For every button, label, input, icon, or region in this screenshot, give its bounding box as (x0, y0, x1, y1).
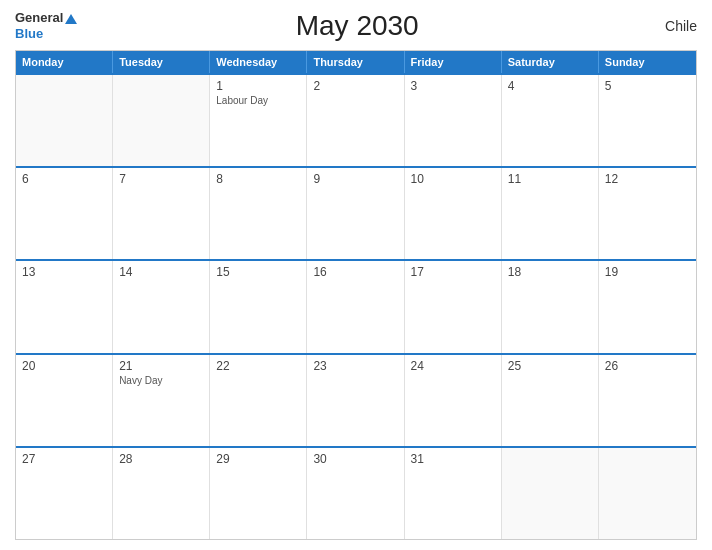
calendar-cell: 15 (210, 261, 307, 352)
calendar-cell: 23 (307, 355, 404, 446)
day-event: Labour Day (216, 95, 300, 106)
day-number: 22 (216, 359, 300, 373)
cal-header-day: Saturday (502, 51, 599, 73)
day-number: 4 (508, 79, 592, 93)
calendar-cell: 13 (16, 261, 113, 352)
day-number: 31 (411, 452, 495, 466)
calendar-cell: 21Navy Day (113, 355, 210, 446)
cal-header-day: Wednesday (210, 51, 307, 73)
calendar-cell: 11 (502, 168, 599, 259)
calendar-cell: 31 (405, 448, 502, 539)
cal-header-day: Friday (405, 51, 502, 73)
calendar-cell: 10 (405, 168, 502, 259)
day-number: 16 (313, 265, 397, 279)
day-number: 20 (22, 359, 106, 373)
calendar-body: 1Labour Day23456789101112131415161718192… (16, 73, 696, 539)
calendar-row: 2728293031 (16, 446, 696, 539)
day-number: 30 (313, 452, 397, 466)
calendar-cell: 26 (599, 355, 696, 446)
calendar-cell (113, 75, 210, 166)
cal-header-day: Tuesday (113, 51, 210, 73)
calendar-cell: 4 (502, 75, 599, 166)
logo-blue-text: Blue (15, 26, 77, 42)
day-number: 12 (605, 172, 690, 186)
day-number: 13 (22, 265, 106, 279)
calendar-cell: 30 (307, 448, 404, 539)
calendar-cell: 7 (113, 168, 210, 259)
calendar-cell: 28 (113, 448, 210, 539)
calendar-cell: 6 (16, 168, 113, 259)
day-number: 24 (411, 359, 495, 373)
day-number: 23 (313, 359, 397, 373)
calendar: MondayTuesdayWednesdayThursdayFridaySatu… (15, 50, 697, 540)
calendar-row: 2021Navy Day2223242526 (16, 353, 696, 446)
calendar-cell: 14 (113, 261, 210, 352)
day-number: 17 (411, 265, 495, 279)
day-number: 1 (216, 79, 300, 93)
day-number: 2 (313, 79, 397, 93)
day-number: 21 (119, 359, 203, 373)
day-number: 11 (508, 172, 592, 186)
calendar-cell: 27 (16, 448, 113, 539)
day-number: 26 (605, 359, 690, 373)
calendar-cell: 29 (210, 448, 307, 539)
calendar-cell: 22 (210, 355, 307, 446)
calendar-cell: 18 (502, 261, 599, 352)
logo-triangle-icon (65, 14, 77, 24)
day-number: 5 (605, 79, 690, 93)
calendar-cell: 19 (599, 261, 696, 352)
day-number: 9 (313, 172, 397, 186)
day-number: 7 (119, 172, 203, 186)
page: General Blue May 2030 Chile MondayTuesda… (0, 0, 712, 550)
day-number: 25 (508, 359, 592, 373)
day-number: 8 (216, 172, 300, 186)
calendar-cell: 20 (16, 355, 113, 446)
calendar-row: 1Labour Day2345 (16, 73, 696, 166)
calendar-cell (16, 75, 113, 166)
calendar-cell: 24 (405, 355, 502, 446)
cal-header-day: Thursday (307, 51, 404, 73)
country-label: Chile (637, 18, 697, 34)
cal-header-day: Monday (16, 51, 113, 73)
day-number: 10 (411, 172, 495, 186)
day-number: 18 (508, 265, 592, 279)
calendar-cell: 8 (210, 168, 307, 259)
calendar-cell: 9 (307, 168, 404, 259)
day-number: 3 (411, 79, 495, 93)
calendar-cell (502, 448, 599, 539)
cal-header-day: Sunday (599, 51, 696, 73)
day-number: 29 (216, 452, 300, 466)
calendar-row: 13141516171819 (16, 259, 696, 352)
day-number: 6 (22, 172, 106, 186)
calendar-cell: 12 (599, 168, 696, 259)
calendar-cell: 3 (405, 75, 502, 166)
logo-general-text: General (15, 10, 77, 26)
calendar-header: MondayTuesdayWednesdayThursdayFridaySatu… (16, 51, 696, 73)
calendar-cell (599, 448, 696, 539)
day-number: 28 (119, 452, 203, 466)
day-event: Navy Day (119, 375, 203, 386)
calendar-title: May 2030 (77, 10, 637, 42)
day-number: 19 (605, 265, 690, 279)
day-number: 15 (216, 265, 300, 279)
calendar-cell: 1Labour Day (210, 75, 307, 166)
calendar-cell: 17 (405, 261, 502, 352)
calendar-row: 6789101112 (16, 166, 696, 259)
calendar-cell: 5 (599, 75, 696, 166)
day-number: 14 (119, 265, 203, 279)
calendar-cell: 16 (307, 261, 404, 352)
logo: General Blue (15, 10, 77, 41)
calendar-cell: 2 (307, 75, 404, 166)
day-number: 27 (22, 452, 106, 466)
header: General Blue May 2030 Chile (15, 10, 697, 42)
calendar-cell: 25 (502, 355, 599, 446)
